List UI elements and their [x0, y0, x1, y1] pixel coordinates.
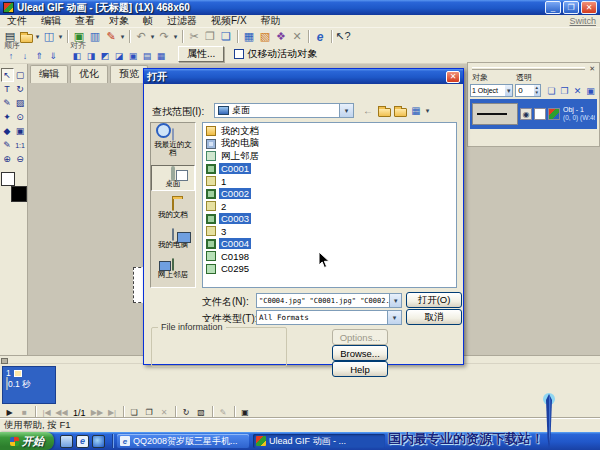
file-type-combo[interactable]: All Formats ▾ [256, 310, 402, 325]
export-frame-icon[interactable]: ▣ [238, 407, 253, 419]
duplicate-frame-icon[interactable]: ❐ [142, 407, 157, 419]
list-item[interactable]: 2 [206, 200, 456, 213]
restore-button[interactable]: ❐ [563, 1, 579, 14]
crop-tool-icon[interactable]: ▣ [14, 124, 27, 138]
list-item[interactable]: C0295 [206, 263, 456, 276]
list-item[interactable]: 3 [206, 225, 456, 238]
fill-tool-icon[interactable]: ◆ [1, 124, 14, 138]
order-up-icon[interactable]: ↑ [4, 50, 18, 62]
align-left-icon[interactable]: ◧ [70, 50, 84, 62]
open-dropdown-icon[interactable]: ▾ [34, 33, 41, 41]
visibility-eye-icon[interactable]: ◉ [520, 108, 532, 120]
menu-object[interactable]: 对象 [102, 14, 136, 28]
menu-file[interactable]: 文件 [0, 14, 34, 28]
pencil-tool-icon[interactable]: ✎ [1, 138, 14, 152]
center-both-icon[interactable]: ▦ [154, 50, 168, 62]
task-button-browser[interactable]: e QQ2008贺岁版三星手机... [117, 434, 249, 448]
align-right-icon[interactable]: ◨ [84, 50, 98, 62]
center-h-icon[interactable]: ▣ [126, 50, 140, 62]
list-item[interactable]: 我的电脑 [206, 138, 456, 151]
actual-size-tool-icon[interactable]: 1:1 [14, 138, 27, 152]
paste-icon[interactable]: ❏ [218, 29, 234, 44]
undo-dropdown-icon[interactable]: ▾ [149, 33, 156, 41]
list-item[interactable]: 我的文档 [206, 125, 456, 138]
views-dropdown-icon[interactable]: ▾ [424, 107, 431, 115]
rotate-tool-icon[interactable]: ↻ [14, 82, 27, 96]
mask-swatch[interactable] [534, 108, 546, 120]
brush-tool-icon[interactable]: ✎ [1, 96, 14, 110]
edit-frame-icon[interactable]: ▧ [257, 29, 273, 44]
color-swatch[interactable] [548, 108, 560, 120]
redo-dropdown-icon[interactable]: ▾ [172, 33, 179, 41]
magnifier-tool-icon[interactable]: ⊙ [14, 110, 27, 124]
help-button[interactable]: Help [332, 361, 388, 377]
add-object-icon[interactable]: ❏ [545, 84, 558, 97]
delete-object-icon[interactable]: ✕ [289, 29, 305, 44]
views-icon[interactable]: ▦ [408, 103, 424, 118]
switch-link[interactable]: Switch [569, 16, 596, 26]
film-icon[interactable]: ▦ [241, 29, 257, 44]
look-in-combo[interactable]: 桌面 ▾ [214, 103, 354, 118]
place-network[interactable]: 网上邻居 [151, 257, 195, 281]
list-item[interactable]: 1 [206, 175, 456, 188]
zoom-out-tool-icon[interactable]: ⊖ [14, 152, 27, 166]
list-item-selected[interactable]: C0002 [206, 188, 456, 201]
transparency-spinner[interactable]: 0 ▲▼ [515, 84, 541, 97]
panel-close-icon[interactable]: ✕ [587, 65, 597, 72]
effect-icon[interactable]: ❖ [273, 29, 289, 44]
order-front-icon[interactable]: ⇑ [32, 50, 46, 62]
panel-grip[interactable] [472, 67, 585, 70]
cancel-button[interactable]: 取消 [406, 309, 462, 325]
center-v-icon[interactable]: ▤ [140, 50, 154, 62]
list-item-selected[interactable]: C0004 [206, 238, 456, 251]
order-back-icon[interactable]: ⇓ [46, 50, 60, 62]
copy-icon[interactable]: ❐ [202, 29, 218, 44]
only-active-checkbox[interactable] [234, 49, 244, 59]
menu-frame[interactable]: 帧 [136, 14, 160, 28]
minimize-button[interactable]: _ [545, 1, 561, 14]
list-item[interactable]: 网上邻居 [206, 150, 456, 163]
zoom-in-tool-icon[interactable]: ⊕ [1, 152, 14, 166]
align-bottom-icon[interactable]: ◪ [112, 50, 126, 62]
splitter-handle-icon[interactable] [1, 358, 8, 364]
spinner-arrows-icon[interactable]: ▲▼ [534, 85, 540, 96]
delete-object-icon[interactable]: ✕ [571, 84, 584, 97]
cut-icon[interactable]: ✂ [186, 29, 202, 44]
new-folder-icon[interactable] [392, 103, 408, 118]
look-in-dropdown-icon[interactable]: ▾ [339, 104, 353, 117]
menu-video-fx[interactable]: 视频F/X [204, 14, 254, 28]
place-my-documents[interactable]: 我的文档 [151, 197, 195, 221]
dialog-close-button[interactable]: ✕ [446, 71, 460, 83]
media-player-icon[interactable] [92, 435, 105, 448]
order-down-icon[interactable]: ↓ [18, 50, 32, 62]
start-button[interactable]: 开始 [0, 432, 54, 450]
tab-optimize[interactable]: 优化 [70, 65, 108, 83]
ie-icon[interactable]: e [76, 435, 89, 448]
place-my-computer[interactable]: 我的电脑 [151, 227, 195, 251]
file-name-dropdown-icon[interactable]: ▾ [389, 294, 401, 307]
object-properties-icon[interactable]: ▣ [584, 84, 597, 97]
pan-tool-icon[interactable]: ✦ [1, 110, 14, 124]
foreground-color-swatch[interactable] [1, 172, 15, 186]
play-icon[interactable]: ▶ [2, 407, 17, 419]
open-button[interactable]: 打开(O) [406, 292, 462, 308]
menu-view[interactable]: 查看 [68, 14, 102, 28]
list-item-selected[interactable]: C0001 [206, 163, 456, 176]
select-tool-icon[interactable]: ↖ [1, 68, 14, 82]
menu-filters[interactable]: 过滤器 [160, 14, 204, 28]
browse-button[interactable]: Browse... [332, 345, 388, 361]
add-frame-icon[interactable]: ❏ [127, 407, 142, 419]
object-row[interactable]: ◉ Obj - 1 (0, 0) (W:468, H:60) [470, 99, 597, 129]
background-color-swatch[interactable] [11, 186, 27, 202]
place-desktop[interactable]: 桌面 [151, 165, 195, 191]
file-type-dropdown-icon[interactable]: ▾ [387, 311, 401, 324]
align-top-icon[interactable]: ◩ [98, 50, 112, 62]
duplicate-object-icon[interactable]: ❐ [558, 84, 571, 97]
place-recent-documents[interactable]: 我最近的文档 [151, 127, 195, 159]
file-name-combo[interactable]: "C0004.jpg" "C0001.jpg" "C0002.jpg" "1 ▾ [256, 293, 402, 308]
up-one-level-icon[interactable] [376, 103, 392, 118]
menu-help[interactable]: 帮助 [254, 14, 288, 28]
show-desktop-icon[interactable] [60, 435, 73, 448]
resize-frame-icon[interactable]: ▧ [194, 407, 209, 419]
eraser-tool-icon[interactable]: ▨ [14, 96, 27, 110]
